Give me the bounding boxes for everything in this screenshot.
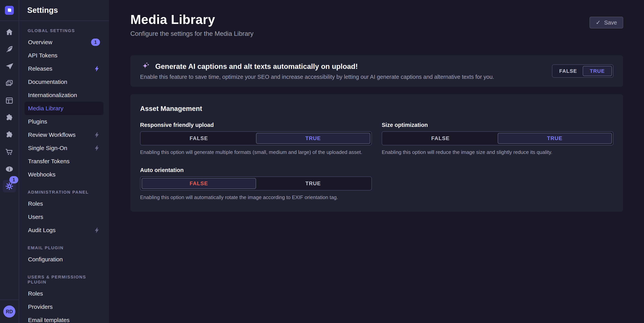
sidebar-item-label: Webhooks — [28, 171, 100, 178]
plugin-puzzle-alt-icon[interactable] — [0, 126, 19, 144]
sidebar-item-transfer-tokens[interactable]: Transfer Tokens — [24, 155, 104, 168]
sidebar-item-configuration[interactable]: Configuration — [24, 253, 104, 266]
marketplace-cart-icon[interactable] — [0, 144, 19, 160]
sidebar-item-label: Releases — [28, 66, 94, 72]
page-title: Media Library — [130, 12, 254, 27]
field-description: Enabling this option will generate multi… — [140, 149, 372, 155]
asset-fields: Responsive friendly uploadFALSETRUEEnabl… — [140, 122, 614, 200]
setting-field-size-optimization: Size optimizationFALSETRUEEnabling this … — [382, 122, 614, 155]
sidebar-item-label: Single Sign-On — [28, 145, 94, 152]
content-type-layout-icon[interactable] — [0, 92, 19, 109]
sidebar-section: USERS & PERMISSIONS PLUGINRolesProviders… — [24, 274, 104, 323]
settings-sidebar: Settings GLOBAL SETTINGSOverview1API Tok… — [19, 0, 109, 323]
sidebar-header: Settings — [19, 0, 109, 21]
sidebar-nav: GLOBAL SETTINGSOverview1API TokensReleas… — [19, 21, 109, 323]
sidebar-section: EMAIL PLUGINConfiguration — [24, 245, 104, 266]
sidebar-item-label: Users — [28, 214, 100, 220]
main-content: Media Library Configure the settings for… — [109, 0, 644, 323]
sidebar-item-providers[interactable]: Providers — [24, 300, 104, 314]
toggle-option-false[interactable]: FALSE — [383, 133, 498, 144]
home-icon[interactable] — [0, 24, 19, 41]
sidebar-item-single-sign-on[interactable]: Single Sign-On — [24, 142, 104, 155]
sidebar-item-label: Documentation — [28, 78, 100, 85]
sidebar-section: ADMINISTRATION PANELRolesUsersAudit Logs — [24, 190, 104, 237]
sparkle-icon — [142, 62, 150, 71]
sidebar-item-label: Audit Logs — [28, 227, 94, 234]
field-description: Enabling this option will automatically … — [140, 194, 372, 200]
sidebar-item-label: Overview — [28, 39, 91, 46]
field-label: Size optimization — [382, 122, 614, 128]
check-icon: ✓ — [596, 20, 600, 26]
sidebar-item-label: Roles — [28, 200, 100, 207]
page-subtitle: Configure the settings for the Media Lib… — [130, 30, 254, 37]
toggle-option-true[interactable]: TRUE — [498, 133, 612, 144]
asset-management-panel: Asset Management Responsive friendly upl… — [130, 94, 623, 212]
page-header-text: Media Library Configure the settings for… — [130, 12, 254, 37]
icon-rail: 1 RD — [0, 0, 19, 323]
sidebar-item-label: Roles — [28, 290, 100, 297]
toggle-option-true[interactable]: TRUE — [256, 178, 370, 189]
sidebar-item-label: API Tokens — [28, 52, 100, 59]
sidebar-item-email-templates[interactable]: Email templates — [24, 314, 104, 323]
sidebar-item-media-library[interactable]: Media Library — [24, 102, 104, 115]
ai-captions-banner: Generate AI captions and alt texts autom… — [130, 55, 623, 87]
toggle-option-false[interactable]: FALSE — [142, 178, 256, 189]
sidebar-section-heading: GLOBAL SETTINGS — [24, 28, 104, 33]
banner-description: Enable this feature to save time, optimi… — [140, 74, 494, 80]
toggle-option-true[interactable]: TRUE — [256, 133, 370, 144]
sidebar-item-roles[interactable]: Roles — [24, 287, 104, 300]
sidebar-item-label: Transfer Tokens — [28, 158, 100, 164]
sidebar-section-heading: EMAIL PLUGIN — [24, 245, 104, 250]
rail-icon-list: 1 — [0, 21, 19, 195]
toggle-option-true[interactable]: TRUE — [583, 66, 612, 76]
field-description: Enabling this option will reduce the ima… — [382, 149, 614, 155]
sidebar-item-label: Review Workflows — [28, 132, 94, 138]
sidebar-item-releases[interactable]: Releases — [24, 62, 104, 75]
content-feather-icon[interactable] — [0, 41, 19, 58]
sidebar-item-review-workflows[interactable]: Review Workflows — [24, 128, 104, 142]
sidebar-item-plugins[interactable]: Plugins — [24, 115, 104, 128]
user-avatar[interactable]: RD — [3, 306, 15, 318]
toggle-option-false[interactable]: FALSE — [142, 133, 256, 144]
sidebar-section-heading: ADMINISTRATION PANEL — [24, 190, 104, 195]
banner-title: Generate AI captions and alt texts autom… — [155, 62, 358, 71]
sidebar-item-label: Plugins — [28, 118, 100, 125]
save-button[interactable]: ✓ Save — [590, 17, 623, 28]
ai-captions-toggle: FALSE TRUE — [552, 64, 614, 78]
sidebar-item-label: Configuration — [28, 256, 100, 263]
sidebar-item-label: Email templates — [28, 317, 100, 323]
setting-field-auto-orientation: Auto orientationFALSETRUEEnabling this o… — [140, 167, 372, 200]
settings-gear-slot: 1 — [0, 178, 19, 195]
field-label: Auto orientation — [140, 167, 372, 173]
toggle-option-false[interactable]: FALSE — [554, 66, 583, 76]
page-header: Media Library Configure the settings for… — [130, 12, 623, 37]
sidebar-item-documentation[interactable]: Documentation — [24, 75, 104, 88]
info-icon[interactable] — [0, 160, 19, 178]
save-button-label: Save — [604, 20, 617, 26]
banner-title-row: Generate AI captions and alt texts autom… — [140, 62, 494, 71]
strapi-logo-icon[interactable] — [5, 6, 14, 15]
field-label: Responsive friendly upload — [140, 122, 372, 128]
boolean-toggle: FALSETRUE — [140, 176, 372, 190]
sidebar-item-users[interactable]: Users — [24, 210, 104, 224]
setting-field-responsive-friendly-upload: Responsive friendly uploadFALSETRUEEnabl… — [140, 122, 372, 155]
sidebar-item-audit-logs[interactable]: Audit Logs — [24, 224, 104, 237]
settings-gear-icon[interactable]: 1 — [3, 180, 16, 192]
app-root: 1 RD Settings GLOBAL SETTINGSOverview1AP… — [0, 0, 644, 323]
sidebar-item-api-tokens[interactable]: API Tokens — [24, 49, 104, 62]
sidebar-section: GLOBAL SETTINGSOverview1API TokensReleas… — [24, 28, 104, 181]
sidebar-item-label: Media Library — [28, 105, 100, 112]
sidebar-item-roles[interactable]: Roles — [24, 197, 104, 210]
sidebar-item-internationalization[interactable]: Internationalization — [24, 88, 104, 102]
boolean-toggle: FALSETRUE — [140, 131, 372, 145]
lightning-bolt-icon — [94, 145, 100, 151]
lightning-bolt-icon — [94, 132, 100, 138]
media-images-icon[interactable] — [0, 75, 19, 92]
sidebar-item-webhooks[interactable]: Webhooks — [24, 168, 104, 181]
notification-badge: 1 — [91, 38, 100, 46]
boolean-toggle: FALSETRUE — [382, 131, 614, 145]
sidebar-item-label: Internationalization — [28, 92, 100, 98]
plugin-puzzle-icon[interactable] — [0, 109, 19, 126]
sidebar-item-overview[interactable]: Overview1 — [24, 36, 104, 49]
paper-plane-icon[interactable] — [0, 58, 19, 75]
